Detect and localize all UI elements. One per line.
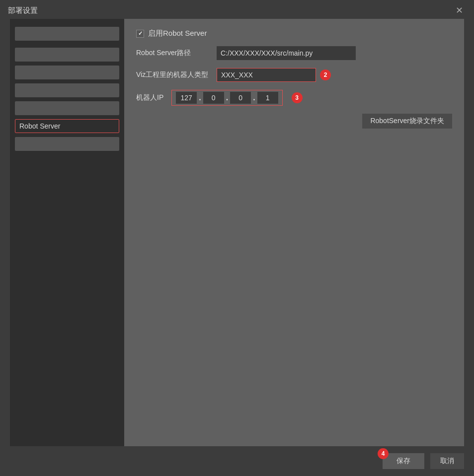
- ip-dot-3: .: [253, 93, 255, 102]
- ip-badge: 3: [292, 92, 303, 103]
- sidebar-item-1[interactable]: [15, 48, 119, 62]
- enable-row: 启用Robot Server: [136, 29, 452, 38]
- save-badge: 4: [378, 448, 389, 459]
- burn-folder-button[interactable]: RobotServer烧录文件夹: [362, 114, 452, 129]
- sidebar-top-bar: [15, 27, 119, 41]
- cancel-button[interactable]: 取消: [430, 453, 464, 469]
- ip-outer-border: . . .: [171, 90, 282, 106]
- robot-type-badge: 2: [320, 69, 331, 80]
- sidebar-item-robot-server-label: Robot Server: [19, 122, 60, 130]
- ip-seg2[interactable]: [203, 92, 224, 104]
- sidebar: Robot Server: [10, 19, 124, 446]
- ip-seg3[interactable]: [230, 92, 251, 104]
- path-label: Robot Server路径: [136, 49, 211, 58]
- sidebar-item-2[interactable]: [15, 66, 119, 79]
- robot-type-label: Viz工程里的机器人类型: [136, 70, 211, 79]
- ip-row-container: 机器人IP . . . 3: [136, 90, 452, 106]
- enable-checkbox[interactable]: [136, 30, 144, 38]
- sidebar-item-3[interactable]: [15, 83, 119, 97]
- ip-seg4[interactable]: [257, 92, 278, 104]
- save-button[interactable]: 保存: [383, 453, 424, 469]
- right-panel: 启用Robot Server Robot Server路径 Viz工程里的机器人…: [124, 19, 464, 446]
- close-button[interactable]: ✕: [453, 5, 466, 16]
- sidebar-item-robot-server[interactable]: Robot Server: [15, 119, 119, 133]
- ip-dot-1: .: [199, 93, 201, 102]
- main-content: Robot Server 启用Robot Server Robot Server…: [0, 19, 474, 446]
- path-row: Robot Server路径: [136, 46, 452, 60]
- dialog-title: 部署设置: [8, 6, 38, 15]
- dialog: 部署设置 ✕ Robot Server 启用Robot Server: [0, 0, 474, 476]
- sidebar-item-4[interactable]: [15, 101, 119, 115]
- robot-type-row: Viz工程里的机器人类型 2: [136, 68, 452, 82]
- robot-type-wrapper: 2: [217, 68, 331, 82]
- bottom-bar: 保存 4 取消: [0, 446, 474, 476]
- sidebar-item-bottom: [15, 137, 119, 151]
- enable-label: 启用Robot Server: [148, 29, 207, 38]
- ip-seg1[interactable]: [176, 92, 197, 104]
- ip-label: 机器人IP: [136, 93, 163, 102]
- robot-type-input[interactable]: [217, 68, 316, 82]
- path-input[interactable]: [217, 46, 356, 60]
- title-bar: 部署设置 ✕: [0, 0, 474, 19]
- burn-folder-row: RobotServer烧录文件夹: [136, 114, 452, 129]
- ip-dot-2: .: [226, 93, 228, 102]
